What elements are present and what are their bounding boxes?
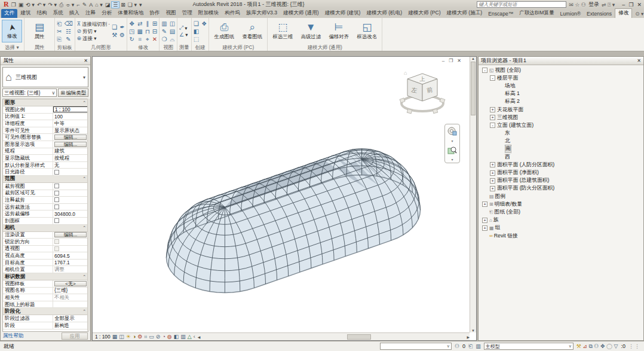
cut-icon[interactable]: ✂ — [57, 28, 62, 35]
tree-node-天花板平面[interactable]: +天花板平面 — [479, 106, 643, 114]
properties-header[interactable]: 属性 ✕ — [1, 57, 90, 65]
view-selector-dropdown[interactable]: 三维视图: {三维} ∨ — [2, 88, 57, 97]
ribbon-tab-文件[interactable]: 文件 — [1, 9, 17, 18]
generate-sheet-button[interactable]: ⎙生成图纸 — [211, 22, 237, 40]
expand-icon[interactable]: + — [490, 170, 495, 176]
help-icon[interactable]: ⍰ ▾ — [608, 2, 615, 8]
tree-node-label[interactable]: 北 — [505, 138, 510, 145]
edit-button[interactable]: 编辑... — [54, 232, 87, 237]
tree-node-视图 (全部)[interactable]: -◱视图 (全部) — [479, 66, 643, 74]
collapse-icon[interactable]: - — [482, 68, 487, 73]
expand-icon[interactable]: + — [490, 107, 495, 112]
chevron-down-icon[interactable]: ▾ — [451, 158, 453, 161]
tree-node-图例[interactable]: ▤图例 — [479, 193, 643, 200]
property-value[interactable]: 新构造 — [53, 322, 88, 329]
vertical-scroll-thumb[interactable] — [471, 62, 476, 115]
tree-node-面积平面 (防火分区面积)[interactable]: +面积平面 (防火分区面积) — [479, 185, 643, 193]
tree-node-label[interactable]: 视图 (全部) — [495, 67, 522, 74]
signin-person-icon[interactable]: ⚇ — [581, 2, 586, 8]
tree-node-label[interactable]: 场地 — [505, 83, 516, 90]
scale-icon[interactable]: ⊞ — [152, 20, 157, 28]
ribbon-tab-Lumion®[interactable]: Lumion® — [557, 10, 584, 18]
split-icon[interactable]: ⊓ — [145, 28, 150, 35]
signin-label[interactable]: 登录 — [588, 1, 599, 8]
tree-node-南[interactable]: 南 — [479, 145, 643, 153]
communication-center-icon[interactable]: ✉ — [569, 2, 575, 8]
ribbon-tab-Enscape™[interactable]: Enscape™ — [485, 10, 516, 18]
tree-node-族[interactable]: +⌂族 — [479, 216, 643, 224]
project-browser-header[interactable]: 项目浏览器 - 项目1 ✕ — [479, 57, 643, 65]
ribbon-tab-结构[interactable]: 结构 — [33, 9, 50, 18]
tree-node-label[interactable]: 面积平面 (防火分区面积) — [497, 185, 554, 192]
ribbon-tab-分析[interactable]: 分析 — [99, 9, 115, 18]
collapse-icon[interactable]: - — [490, 123, 495, 128]
offset-align-button[interactable]: ⊨偏移对齐 — [326, 22, 352, 40]
minimize-button[interactable]: ‒ — [622, 2, 625, 8]
tree-node-label[interactable]: 南 — [505, 145, 511, 153]
advanced-filter-button[interactable]: ▼高级过滤 — [298, 22, 324, 40]
delete-clipboard-icon[interactable]: ⌫ — [64, 20, 72, 28]
checkbox[interactable] — [54, 197, 59, 202]
restore-button[interactable]: ❐ — [628, 2, 633, 8]
view-sheet-button[interactable]: ⌕查看图纸 — [239, 22, 265, 40]
ribbon-tab-族库大师V3.3[interactable]: 族库大师V3.3 — [243, 9, 280, 18]
parts-icon[interactable]: ❖ — [201, 20, 207, 28]
close-hidden-icon[interactable]: ⊠ — [119, 2, 127, 8]
section-header-阶段化[interactable]: 阶段化⌃ — [3, 308, 88, 315]
tree-node-西[interactable]: 西 — [479, 153, 643, 161]
unlocked-view-icon[interactable]: ⊘ — [156, 334, 161, 340]
tree-node-label[interactable]: 图纸 (全部) — [494, 209, 520, 216]
checkbox[interactable] — [54, 218, 59, 223]
expand-icon[interactable]: + — [482, 202, 487, 207]
render-dialog-icon[interactable]: ⚙ — [137, 334, 142, 340]
crop-view-icon[interactable]: ⌗ — [144, 334, 147, 340]
panel-label[interactable]: 剪贴板 — [57, 44, 73, 51]
close-button[interactable]: ✕ — [637, 2, 642, 8]
revit-logo[interactable]: R — [2, 0, 10, 8]
copy-icon[interactable]: ⎘ — [57, 35, 62, 43]
undo-icon[interactable]: ↶ ▾ — [36, 2, 47, 8]
reveal-hidden-icon[interactable]: ◍ — [167, 334, 172, 340]
property-value[interactable]: 304800.0 — [53, 211, 88, 217]
open-icon[interactable]: ❐ — [10, 2, 17, 8]
mirror-icon[interactable]: ⇄ — [137, 20, 143, 28]
ribbon-tab-广联达BIM算量[interactable]: 广联达BIM算量 — [516, 9, 557, 18]
switch-windows-icon[interactable]: ❏ ▾ — [127, 2, 138, 8]
tree-node-东[interactable]: 东 — [479, 130, 643, 138]
tree-node-标高 1[interactable]: 标高 1 — [479, 90, 643, 98]
model-canvas[interactable]: ‒❐✕ 上 左 前 ⌂ — [93, 57, 470, 332]
section-header-相机[interactable]: 相机⌃ — [3, 225, 88, 232]
property-value[interactable]: 全部显示 — [53, 315, 88, 322]
tree-node-label[interactable]: 面积平面 (总建筑面积) — [497, 177, 549, 184]
tree-node-标高 2[interactable]: 标高 2 — [479, 98, 643, 106]
property-value[interactable]: 1 : 100 — [53, 106, 88, 112]
cut-geometry-item[interactable]: ⊘剪切 ▾ — [77, 28, 111, 35]
section-box-icon[interactable]: ⌓ — [170, 35, 175, 43]
tree-node-立面 (建筑立面)[interactable]: -立面 (建筑立面) — [479, 121, 643, 129]
view-restore-icon[interactable]: ❐ — [449, 58, 453, 63]
hide-icon[interactable]: ▥ — [161, 20, 167, 28]
ribbon-tab-管理[interactable]: 管理 — [179, 9, 195, 18]
customize-qat-icon[interactable]: ▾ — [138, 2, 143, 8]
temporary-hide-icon[interactable]: ◔ — [162, 334, 165, 340]
tree-node-label[interactable]: 楼层平面 — [497, 75, 518, 82]
selection-filter-icon[interactable]: ▽ — [614, 343, 618, 349]
ribbon-tab-协作[interactable]: 协作 — [146, 9, 162, 18]
viewcube-corner[interactable] — [407, 109, 412, 114]
unpin-icon[interactable]: ⊟ — [152, 28, 157, 35]
edit-button[interactable]: 编辑... — [54, 135, 87, 140]
background-process-icon[interactable]: ◯ — [606, 343, 614, 349]
tree-node-组[interactable]: +▦组 — [479, 224, 643, 232]
ribbon-tab-注释[interactable]: 注释 — [82, 9, 99, 18]
ribbon-tab-体量和场地[interactable]: 体量和场地 — [115, 9, 146, 18]
tree-node-三维视图[interactable]: +三维视图 — [479, 114, 643, 121]
section-header-图形[interactable]: 图形⌃ — [3, 99, 88, 106]
viewcube-corner[interactable] — [400, 98, 405, 103]
scroll-down-icon[interactable]: ▼ — [470, 329, 476, 332]
trim-icon[interactable]: ⌖ — [145, 35, 150, 43]
property-value[interactable]: 1767.1 — [53, 260, 88, 265]
measure-item[interactable]: ⤢▾ — [179, 25, 188, 31]
worksets-icon[interactable]: ⚒ — [576, 343, 583, 349]
ribbon-tab-建模大师 (机电)[interactable]: 建模大师 (机电) — [363, 9, 405, 18]
property-value[interactable]: {三维} — [53, 287, 88, 294]
